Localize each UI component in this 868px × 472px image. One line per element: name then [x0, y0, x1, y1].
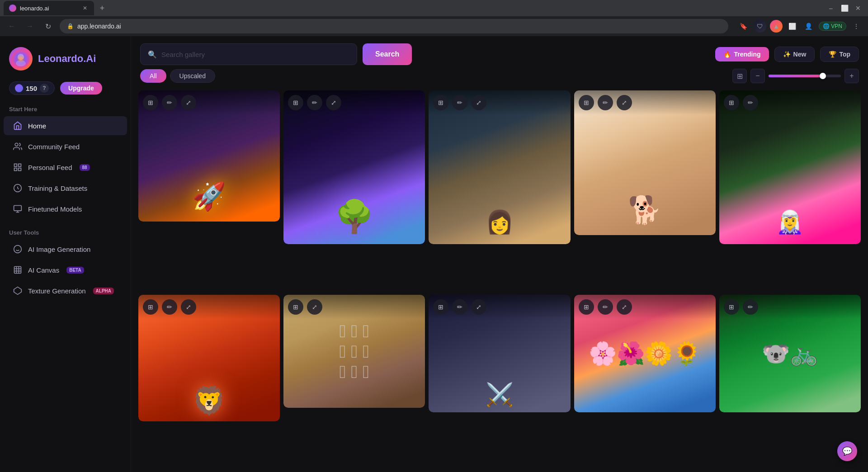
- item-expand-button[interactable]: ⤢: [326, 95, 341, 110]
- grid-view-button[interactable]: ⊞: [732, 69, 747, 83]
- top-button[interactable]: 🏆 Top: [820, 47, 859, 62]
- item-menu-button[interactable]: ⊞: [433, 299, 448, 315]
- active-tab[interactable]: leonardo.ai ✕: [4, 1, 94, 15]
- item-edit-button[interactable]: ✏: [743, 299, 758, 315]
- sidebar-item-ai-canvas[interactable]: AI Canvas BETA: [4, 260, 127, 279]
- item-expand-button[interactable]: ⤢: [181, 95, 196, 110]
- item-overlay: ⊞ ✏ ⤢: [429, 295, 570, 319]
- brand-avatar[interactable]: [9, 47, 33, 71]
- item-menu-button[interactable]: ⊞: [143, 95, 158, 110]
- item-edit-button[interactable]: ✏: [452, 299, 467, 315]
- sidebar-item-home[interactable]: Home: [4, 116, 127, 135]
- item-edit-button[interactable]: ✏: [743, 95, 758, 110]
- item-menu-button[interactable]: ⊞: [724, 299, 739, 315]
- user-tools-label: User Tools: [0, 226, 131, 238]
- menu-button[interactable]: ⋮: [850, 20, 863, 33]
- item-overlay: ⊞ ✏ ⤢: [138, 295, 280, 319]
- gallery-item[interactable]: ⊞ ✏ ⤢ 🐕: [574, 90, 716, 235]
- sidebar-item-finetuned-models[interactable]: Finetuned Models: [4, 199, 127, 218]
- credits-icon: [15, 84, 23, 92]
- close-button[interactable]: ✕: [852, 2, 864, 14]
- item-menu-button[interactable]: ⊞: [143, 299, 158, 315]
- profile-icon[interactable]: ▲: [770, 20, 783, 33]
- item-expand-button[interactable]: ⤢: [181, 299, 196, 315]
- new-button[interactable]: ✨ New: [774, 47, 815, 62]
- personal-feed-icon: [13, 162, 23, 172]
- gallery-item[interactable]: ⊞ ✏ 🧝‍♀️: [719, 90, 861, 244]
- zoom-in-button[interactable]: +: [844, 69, 859, 83]
- sidebar-item-texture-generation[interactable]: Texture Generation ALPHA: [4, 281, 127, 300]
- gallery-item[interactable]: ⊞ ✏ ⤢ 🌳: [283, 90, 425, 244]
- item-edit-button[interactable]: ✏: [598, 299, 613, 315]
- item-overlay: ⊞ ✏ ⤢: [574, 295, 716, 319]
- back-button[interactable]: ←: [5, 20, 18, 33]
- item-menu-button[interactable]: ⊞: [724, 95, 739, 110]
- gallery-item[interactable]: ⊞ ✏ ⤢ 🚀: [138, 90, 280, 222]
- gallery-item[interactable]: ⊞ ✏ ⤢ ⚔️: [429, 295, 570, 412]
- credits-amount: 150: [26, 85, 37, 92]
- shield-icon: 🛡: [754, 20, 766, 33]
- texture-generation-icon: [13, 286, 23, 296]
- gallery-grid: ⊞ ✏ ⤢ 🚀 ⊞ ✏ ⤢ 🌳: [131, 87, 868, 472]
- item-edit-button[interactable]: ✏: [307, 95, 322, 110]
- trending-button[interactable]: 🔥 Trending: [715, 47, 769, 61]
- zoom-slider[interactable]: [769, 75, 841, 77]
- item-menu-button[interactable]: ⊞: [433, 95, 448, 110]
- gallery-item[interactable]: ⊞ ✏ ⤢ 🌸🌺🌼🌻: [574, 295, 716, 412]
- item-overlay: ⊞ ✏ ⤢: [138, 90, 280, 115]
- slider-thumb[interactable]: [820, 73, 826, 79]
- new-label: New: [793, 51, 807, 58]
- item-menu-button[interactable]: ⊞: [579, 299, 594, 315]
- item-expand-button[interactable]: ⤢: [617, 299, 632, 315]
- sidebar: Leonardo.Ai 150 ? Upgrade Start Here Hom…: [0, 36, 131, 472]
- item-menu-button[interactable]: ⊞: [288, 95, 303, 110]
- sidebar-item-ai-image-generation[interactable]: AI Image Generation: [4, 240, 127, 259]
- svg-rect-15: [14, 267, 21, 274]
- controls-row: 🔍 Search gallery Search 🔥 Trending ✨ New…: [131, 36, 868, 69]
- filter-tab-all[interactable]: All: [140, 69, 166, 83]
- restore-button[interactable]: ⬜: [838, 2, 851, 14]
- top-icon: 🏆: [829, 51, 836, 58]
- start-here-label: Start Here: [0, 102, 131, 114]
- gallery-item[interactable]: ⊞ ⤢ 𓀀 𓂋 𓇯𓅱 𓆑 𓏏𓈖 𓂝 𓊪: [283, 295, 425, 408]
- gallery-item[interactable]: ⊞ ✏ ⤢ 👩: [429, 90, 570, 244]
- item-edit-button[interactable]: ✏: [162, 299, 177, 315]
- profile-button[interactable]: 👤: [802, 20, 815, 33]
- texture-generation-badge: ALPHA: [93, 288, 114, 294]
- sidebar-item-community-feed-label: Community Feed: [28, 143, 80, 151]
- search-button[interactable]: Search: [363, 43, 412, 65]
- extensions-button[interactable]: ⬜: [786, 20, 799, 33]
- forward-button[interactable]: →: [24, 20, 36, 33]
- item-menu-button[interactable]: ⊞: [288, 299, 303, 315]
- chat-support-button[interactable]: 💬: [837, 441, 857, 461]
- upgrade-button[interactable]: Upgrade: [60, 82, 102, 94]
- item-menu-button[interactable]: ⊞: [579, 95, 594, 110]
- slider-fill: [769, 75, 823, 77]
- tab-bar: leonardo.ai ✕ + – ⬜ ✕: [0, 0, 868, 16]
- bookmark-button[interactable]: 🔖: [737, 20, 750, 33]
- url-bar[interactable]: 🔒 app.leonardo.ai: [60, 19, 728, 33]
- gallery-item[interactable]: ⊞ ✏ 🐨🚲: [719, 295, 861, 412]
- gallery-item[interactable]: ⊞ ✏ ⤢ 🦁: [138, 295, 280, 421]
- tab-close-button[interactable]: ✕: [81, 5, 89, 12]
- zoom-out-button[interactable]: −: [750, 69, 765, 83]
- reload-button[interactable]: ↻: [42, 20, 54, 33]
- help-button[interactable]: ?: [40, 84, 49, 93]
- vpn-badge: 🌐 VPN: [819, 22, 846, 31]
- tab-favicon: [9, 5, 16, 12]
- sidebar-item-training-datasets[interactable]: Training & Datasets: [4, 179, 127, 198]
- minimize-button[interactable]: –: [825, 2, 837, 14]
- item-expand-button[interactable]: ⤢: [471, 95, 486, 110]
- item-overlay: ⊞ ✏: [719, 295, 861, 319]
- item-expand-button[interactable]: ⤢: [617, 95, 632, 110]
- item-expand-button[interactable]: ⤢: [471, 299, 486, 315]
- item-edit-button[interactable]: ✏: [452, 95, 467, 110]
- sidebar-item-personal-feed[interactable]: Personal Feed 88: [4, 158, 127, 177]
- sidebar-item-community-feed[interactable]: Community Feed: [4, 137, 127, 156]
- filter-tab-upscaled[interactable]: Upscaled: [170, 69, 215, 83]
- item-edit-button[interactable]: ✏: [162, 95, 177, 110]
- search-bar[interactable]: 🔍 Search gallery: [140, 43, 357, 65]
- new-tab-button[interactable]: +: [96, 2, 108, 14]
- item-expand-button[interactable]: ⤢: [307, 299, 322, 315]
- item-edit-button[interactable]: ✏: [598, 95, 613, 110]
